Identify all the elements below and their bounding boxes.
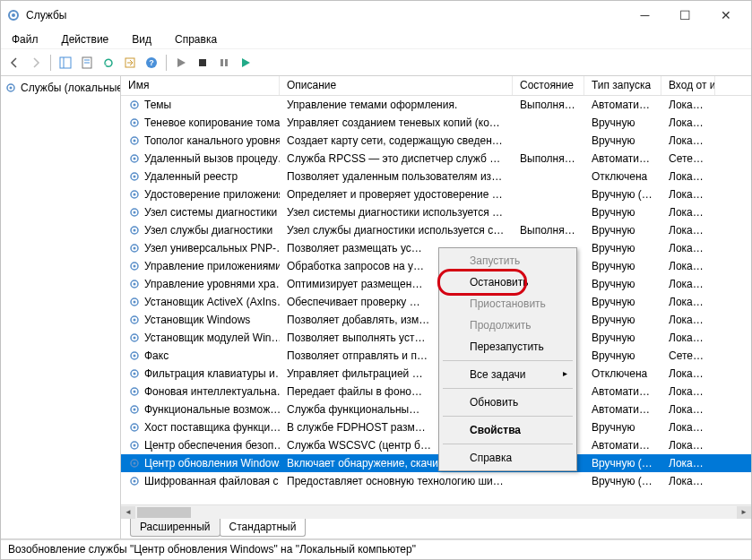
service-logon: Локал… xyxy=(661,314,715,326)
service-logon: Локал… xyxy=(661,403,715,416)
svg-point-42 xyxy=(134,337,136,340)
service-row[interactable]: Узел универсальных PNP-…Позволяет размещ… xyxy=(121,239,751,257)
ctx-refresh[interactable]: Обновить xyxy=(441,392,575,413)
stop-service-button[interactable] xyxy=(193,53,212,73)
col-logon[interactable]: Вход от имени xyxy=(661,76,715,95)
menu-file[interactable]: Файл xyxy=(8,31,42,47)
content-area: Службы (локальные) Имя Описание Состояни… xyxy=(1,76,751,539)
service-startup: Вручную xyxy=(584,116,661,129)
scroll-right-button[interactable]: ► xyxy=(737,506,751,519)
scroll-left-button[interactable]: ◄ xyxy=(121,506,135,519)
service-row[interactable]: Шифрованная файловая с…Предоставляет осн… xyxy=(121,472,751,490)
service-row[interactable]: Узел службы диагностикиУзел службы диагн… xyxy=(121,221,751,239)
menu-help[interactable]: Справка xyxy=(171,31,220,47)
service-row[interactable]: Установщик модулей Win…Позволяет выполня… xyxy=(121,329,751,347)
service-row[interactable]: Удаленный реестрПозволяет удаленным поль… xyxy=(121,168,751,185)
svg-point-24 xyxy=(134,176,136,178)
service-startup: Автоматиче… xyxy=(584,385,661,398)
ctx-restart[interactable]: Перезапустить xyxy=(441,336,575,358)
service-name: Фоновая интеллектуальна… xyxy=(121,385,280,398)
service-row[interactable]: Управление приложениямиОбработка запросо… xyxy=(121,257,751,275)
service-row[interactable]: ФаксПозволяет отправлять и п…ВручнуюСете… xyxy=(121,347,751,365)
service-row[interactable]: Установщик WindowsПозволяет добавлять, и… xyxy=(121,311,751,329)
export-button[interactable] xyxy=(120,53,140,73)
pause-service-button[interactable] xyxy=(214,53,234,73)
service-name: Тополог канального уровня xyxy=(121,134,280,147)
service-row[interactable]: Тополог канального уровняСоздает карту с… xyxy=(121,132,751,150)
service-row[interactable]: Управление уровнями хра…Оптимизирует раз… xyxy=(121,275,751,293)
service-row[interactable]: Установщик ActiveX (AxIns…Обеспечивает п… xyxy=(121,293,751,311)
service-name: Установщик Windows xyxy=(121,314,280,326)
service-name: Теневое копирование тома xyxy=(121,116,280,129)
service-row[interactable]: Центр обеспечения безоп…Служба WSCSVC (ц… xyxy=(121,436,751,454)
service-row[interactable]: Хост поставщика функци…В службе FDPHOST … xyxy=(121,418,751,436)
back-button[interactable] xyxy=(4,53,24,73)
service-row[interactable]: Теневое копирование томаУправляет создан… xyxy=(121,114,751,132)
service-startup: Вручную xyxy=(584,260,661,272)
menu-view[interactable]: Вид xyxy=(128,31,155,47)
service-name: Узел универсальных PNP-… xyxy=(121,242,280,254)
ctx-stop[interactable]: Остановить xyxy=(441,271,575,293)
service-row[interactable]: Фильтрация клавиатуры и…Управляет фильтр… xyxy=(121,365,751,383)
ctx-help[interactable]: Справка xyxy=(441,447,575,469)
service-description: Позволяет удаленным пользователям изм… xyxy=(280,170,513,183)
ctx-properties[interactable]: Свойства xyxy=(441,419,575,441)
service-startup: Отключена xyxy=(584,367,661,380)
maximize-button[interactable]: ☐ xyxy=(665,3,705,28)
restart-service-button[interactable] xyxy=(236,53,255,73)
service-startup: Автоматиче… xyxy=(584,152,661,165)
col-name[interactable]: Имя xyxy=(121,76,280,95)
service-startup: Вручную xyxy=(584,332,661,344)
close-button[interactable]: ✕ xyxy=(705,3,746,28)
ctx-start: Запустить xyxy=(441,250,575,271)
ctx-all-tasks[interactable]: Все задачи xyxy=(441,364,575,385)
col-description[interactable]: Описание xyxy=(280,76,513,95)
forward-button[interactable] xyxy=(26,53,46,73)
properties-button[interactable] xyxy=(77,53,97,73)
service-logon: Локал… xyxy=(661,116,715,129)
service-description: Управление темами оформления. xyxy=(280,99,513,111)
service-description: Служба RPCSS — это диспетчер служб для… xyxy=(280,152,513,165)
tree-root-label: Службы (локальные) xyxy=(21,82,120,94)
service-row[interactable]: Центр обновления WindowsВключает обнаруж… xyxy=(121,454,751,472)
service-name: Удаленный вызов процеду… xyxy=(121,152,280,165)
tab-extended[interactable]: Расширенный xyxy=(130,519,220,537)
service-row[interactable]: Функциональные возмож…Служба функциональ… xyxy=(121,401,751,418)
menu-bar: Файл Действие Вид Справка xyxy=(1,30,751,49)
services-node-icon xyxy=(4,82,17,94)
service-name: Темы xyxy=(121,99,280,111)
start-service-button[interactable] xyxy=(171,53,191,73)
service-name: Центр обновления Windows xyxy=(121,457,280,470)
service-row[interactable]: Удаленный вызов процеду…Служба RPCSS — э… xyxy=(121,150,751,168)
svg-point-34 xyxy=(134,265,136,268)
service-name: Узел службы диагностики xyxy=(121,224,280,237)
service-name: Удаленный реестр xyxy=(121,170,280,183)
horizontal-scrollbar[interactable]: ◄ ► xyxy=(121,504,751,519)
svg-point-46 xyxy=(134,373,136,375)
minimize-button[interactable]: ─ xyxy=(625,3,665,28)
service-state: Выполняется xyxy=(513,152,584,165)
service-startup: Вручную xyxy=(584,421,661,434)
tab-standard[interactable]: Стандартный xyxy=(220,519,307,537)
service-description: Узел системы диагностики используется с… xyxy=(280,206,513,219)
service-logon: Локал… xyxy=(661,439,715,452)
help-button[interactable]: ? xyxy=(142,53,161,73)
menu-action[interactable]: Действие xyxy=(58,31,113,47)
service-description: Управляет созданием теневых копий (конт… xyxy=(280,116,513,129)
service-logon: Локал… xyxy=(661,170,715,183)
service-row[interactable]: Узел системы диагностикиУзел системы диа… xyxy=(121,203,751,221)
service-name: Установщик модулей Win… xyxy=(121,332,280,344)
tree-root[interactable]: Службы (локальные) xyxy=(1,80,120,96)
show-hide-tree-button[interactable] xyxy=(56,53,75,73)
svg-rect-11 xyxy=(220,59,223,66)
scroll-thumb[interactable] xyxy=(137,507,191,518)
service-logon: Локал… xyxy=(661,134,715,147)
service-row[interactable]: ТемыУправление темами оформления.Выполня… xyxy=(121,96,751,114)
service-description: Узел службы диагностики используется с… xyxy=(280,224,513,237)
service-row[interactable]: Фоновая интеллектуальна…Передает файлы в… xyxy=(121,383,751,401)
col-startup[interactable]: Тип запуска xyxy=(584,76,661,95)
service-name: Хост поставщика функци… xyxy=(121,421,280,434)
refresh-button[interactable] xyxy=(99,53,118,73)
service-row[interactable]: Удостоверение приложенияОпределяет и про… xyxy=(121,185,751,203)
col-state[interactable]: Состояние xyxy=(513,76,584,95)
